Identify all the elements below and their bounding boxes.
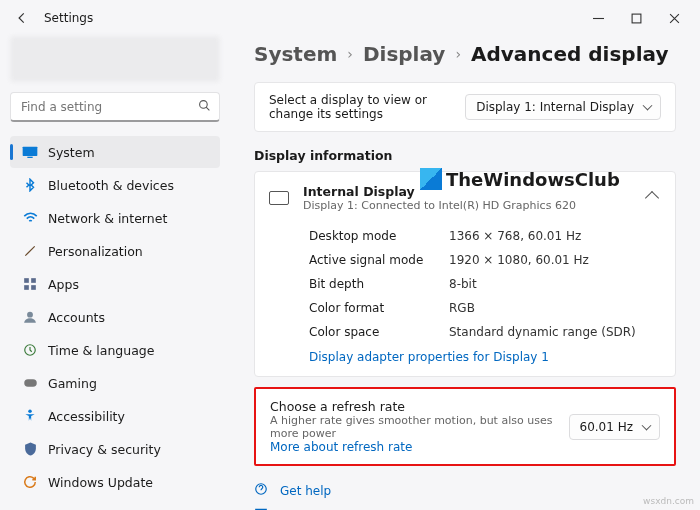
- adapter-properties-link[interactable]: Display adapter properties for Display 1: [309, 350, 549, 364]
- svg-rect-7: [31, 285, 36, 290]
- chevron-right-icon: ›: [347, 46, 353, 62]
- apps-icon: [22, 276, 38, 292]
- crumb-current: Advanced display: [471, 42, 668, 66]
- back-button[interactable]: [8, 4, 36, 32]
- search-input[interactable]: [21, 100, 191, 114]
- svg-rect-6: [24, 285, 29, 290]
- display-selector[interactable]: Display 1: Internal Display: [465, 94, 661, 120]
- refresh-rate-selector[interactable]: 60.01 Hz: [569, 414, 661, 440]
- window-controls: [586, 6, 692, 30]
- svg-rect-4: [24, 278, 29, 283]
- nav-accessibility[interactable]: Accessibility: [10, 400, 220, 432]
- select-display-row: Select a display to view or change its s…: [254, 82, 676, 132]
- nav-label: Time & language: [48, 343, 154, 358]
- main-content: System › Display › Advanced display Sele…: [230, 36, 700, 510]
- nav-label: Accounts: [48, 310, 105, 325]
- svg-point-1: [200, 100, 208, 108]
- display-info-card: Internal Display Display 1: Connected to…: [254, 171, 676, 377]
- crumb-system[interactable]: System: [254, 42, 337, 66]
- search-icon: [198, 99, 211, 115]
- titlebar: Settings: [0, 0, 700, 36]
- watermark-text: TheWindowsClub: [446, 169, 620, 190]
- window-title: Settings: [44, 11, 93, 25]
- chevron-right-icon: ›: [455, 46, 461, 62]
- give-feedback-row[interactable]: Give feedback: [254, 503, 676, 510]
- nav-gaming[interactable]: Gaming: [10, 367, 220, 399]
- svg-rect-2: [23, 147, 38, 156]
- help-icon: [254, 482, 270, 499]
- nav-label: Privacy & security: [48, 442, 161, 457]
- prop-row: Active signal mode1920 × 1080, 60.01 Hz: [255, 248, 675, 272]
- get-help-row[interactable]: Get help: [254, 478, 676, 503]
- nav-system[interactable]: System: [10, 136, 220, 168]
- gaming-icon: [22, 375, 38, 391]
- prop-row: Desktop mode1366 × 768, 60.01 Hz: [255, 224, 675, 248]
- nav-personalization[interactable]: Personalization: [10, 235, 220, 267]
- svg-rect-5: [31, 278, 36, 283]
- prop-row: Color formatRGB: [255, 296, 675, 320]
- svg-rect-10: [24, 379, 37, 387]
- nav-label: Bluetooth & devices: [48, 178, 174, 193]
- svg-rect-0: [632, 14, 641, 23]
- accounts-icon: [22, 309, 38, 325]
- brush-icon: [22, 243, 38, 259]
- display-sub: Display 1: Connected to Intel(R) HD Grap…: [303, 199, 633, 212]
- refresh-rate-row: Choose a refresh rate A higher rate give…: [254, 387, 676, 466]
- bluetooth-icon: [22, 177, 38, 193]
- user-avatar[interactable]: [10, 36, 220, 82]
- refresh-more-link[interactable]: More about refresh rate: [270, 440, 412, 454]
- section-display-info: Display information: [254, 148, 676, 163]
- close-button[interactable]: [662, 6, 686, 30]
- nav-bluetooth[interactable]: Bluetooth & devices: [10, 169, 220, 201]
- refresh-desc: A higher rate gives smoother motion, but…: [270, 414, 555, 440]
- refresh-title: Choose a refresh rate: [270, 399, 555, 414]
- select-display-prompt: Select a display to view or change its s…: [269, 93, 453, 121]
- sidebar: System Bluetooth & devices Network & int…: [0, 36, 230, 510]
- nav-label: Personalization: [48, 244, 143, 259]
- search-box[interactable]: [10, 92, 220, 122]
- nav-label: System: [48, 145, 95, 160]
- watermark: TheWindowsClub: [420, 168, 620, 190]
- nav-label: Network & internet: [48, 211, 167, 226]
- prop-row: Color spaceStandard dynamic range (SDR): [255, 320, 675, 344]
- get-help-link[interactable]: Get help: [280, 484, 331, 498]
- nav-list: System Bluetooth & devices Network & int…: [10, 136, 220, 498]
- accessibility-icon: [22, 408, 38, 424]
- nav-accounts[interactable]: Accounts: [10, 301, 220, 333]
- chevron-up-icon: [645, 191, 659, 205]
- update-icon: [22, 474, 38, 490]
- watermark-logo-icon: [420, 168, 442, 190]
- crumb-display[interactable]: Display: [363, 42, 445, 66]
- svg-point-11: [28, 410, 32, 414]
- time-icon: [22, 342, 38, 358]
- nav-apps[interactable]: Apps: [10, 268, 220, 300]
- system-icon: [22, 144, 38, 160]
- shield-icon: [22, 441, 38, 457]
- footer-attribution: wsxdn.com: [643, 496, 694, 506]
- maximize-button[interactable]: [624, 6, 648, 30]
- wifi-icon: [22, 210, 38, 226]
- minimize-button[interactable]: [586, 6, 610, 30]
- svg-point-8: [27, 312, 33, 318]
- breadcrumb: System › Display › Advanced display: [254, 42, 676, 66]
- nav-label: Gaming: [48, 376, 97, 391]
- nav-privacy[interactable]: Privacy & security: [10, 433, 220, 465]
- svg-rect-3: [27, 157, 32, 158]
- nav-windows-update[interactable]: Windows Update: [10, 466, 220, 498]
- prop-row: Bit depth8-bit: [255, 272, 675, 296]
- nav-label: Apps: [48, 277, 79, 292]
- monitor-icon: [269, 191, 289, 205]
- nav-label: Windows Update: [48, 475, 153, 490]
- nav-network[interactable]: Network & internet: [10, 202, 220, 234]
- nav-label: Accessibility: [48, 409, 125, 424]
- nav-time-language[interactable]: Time & language: [10, 334, 220, 366]
